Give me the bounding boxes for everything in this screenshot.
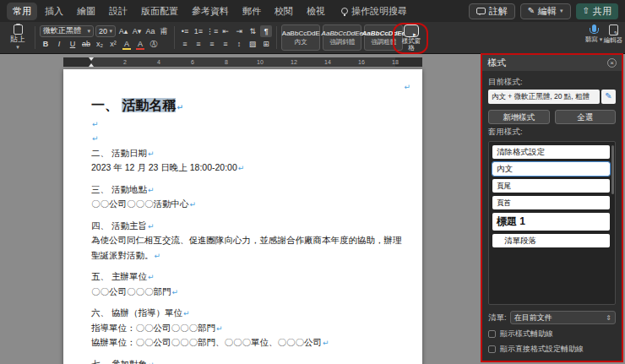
enclose-character-icon[interactable]: Ⓐ	[148, 38, 160, 50]
clipboard-icon	[14, 24, 23, 35]
panel-option-row[interactable]: 顯示樣式輔助線	[488, 329, 616, 340]
ribbon-tab-檢視[interactable]: 檢視	[301, 3, 331, 20]
underline-icon[interactable]: U	[67, 38, 79, 50]
editing-mode-button[interactable]: ✎ 編輯 ▾	[520, 3, 571, 19]
document-line[interactable]: ↵	[91, 131, 412, 146]
justify-icon[interactable]: ≡	[220, 38, 231, 50]
ribbon-tab-校閱[interactable]: 校閱	[269, 3, 299, 20]
current-style-value: 內文 + 微軟正黑體, 20 點, 粗體	[488, 90, 600, 104]
ribbon-tab-設計[interactable]: 設計	[103, 3, 133, 20]
bold-icon[interactable]: B	[40, 38, 52, 50]
font-size-select[interactable]: 20 ▾	[95, 25, 116, 37]
multilevel-list-icon[interactable]: ⋮≡	[206, 25, 218, 37]
document-line[interactable]: 協辦單位：〇〇公司〇〇〇部門、〇〇〇單位、〇〇〇公司↵	[91, 335, 412, 350]
style-item-標題 1[interactable]: 標題 1	[492, 213, 610, 231]
italic-icon[interactable]: I	[53, 38, 65, 50]
editor-button[interactable]: 編輯器	[603, 24, 623, 44]
ribbon-tab-插入[interactable]: 插入	[39, 3, 69, 20]
align-left-icon[interactable]: ≡	[179, 38, 191, 50]
ribbon-tab-繪圖[interactable]: 繪圖	[71, 3, 101, 20]
paragraph-mark-icon: ↵	[148, 186, 155, 194]
paragraph-mark-icon: ↵	[92, 134, 99, 143]
checkbox[interactable]	[488, 345, 496, 353]
panel-option-row[interactable]: 顯示直接格式設定輔助線	[488, 344, 616, 355]
ribbon-tab-版面配置[interactable]: 版面配置	[135, 3, 184, 20]
document-line[interactable]: 三、 活動地點↵	[91, 182, 412, 198]
document-line[interactable]: ↵	[91, 79, 412, 95]
style-preview-text: AaBbCcDdE	[282, 30, 320, 38]
style-item-清單段落[interactable]: 清單段落	[492, 234, 610, 247]
titlebar-actions: 註解 ✎ 編輯 ▾ ⇧ 共用	[469, 3, 618, 19]
styles-pane-panel: 樣式 × 目前樣式: 內文 + 微軟正黑體, 20 點, 粗體 ✎ 新增樣式 全…	[481, 53, 623, 362]
show-formatting-marks-icon[interactable]: ¶	[260, 25, 272, 37]
bullet-list-icon[interactable]: •≡	[179, 25, 191, 37]
list-scope-select[interactable]: 在目前文件 ⇕	[510, 311, 616, 324]
paragraph-mark-icon: ↵	[323, 339, 329, 347]
document-line[interactable]: 〇〇公司〇〇〇部門↵	[91, 285, 412, 300]
borders-icon[interactable]: ⊞	[260, 38, 272, 50]
ribbon-tab-參考資料[interactable]: 參考資料	[186, 3, 235, 20]
document-line[interactable]: 四、 活動主旨↵	[91, 219, 412, 234]
change-case-icon[interactable]: Aa	[144, 25, 156, 37]
styles-pane-body: 目前樣式: 內文 + 微軟正黑體, 20 點, 粗體 ✎ 新增樣式 全選 套用樣…	[482, 71, 622, 361]
document-line[interactable]: 六、 協辦（指導）單位↵	[91, 306, 412, 321]
line-text: 聖誕派對活動。	[91, 250, 154, 260]
new-style-button[interactable]: 新增樣式	[488, 110, 550, 124]
document-line[interactable]: ↵	[91, 117, 412, 132]
share-button[interactable]: ⇧ 共用	[576, 3, 618, 19]
brush-icon[interactable]: ✎	[601, 90, 616, 104]
line-spacing-icon[interactable]: ↕	[233, 38, 245, 50]
line-text: 三、 活動地點	[91, 184, 147, 194]
text-highlight-color-icon[interactable]: A	[121, 38, 133, 50]
document-line[interactable]: 五、 主辦單位↵	[91, 269, 412, 285]
document-line[interactable]: 〇〇公司〇〇〇活動中心↵	[91, 197, 412, 212]
align-right-icon[interactable]: ≡	[206, 38, 218, 50]
shading-icon[interactable]: ▨	[247, 38, 258, 50]
strikethrough-icon[interactable]: ab	[80, 38, 92, 50]
document-line[interactable]: 2023 年 12 月 23 日晚上 18:00-20:00↵	[91, 160, 412, 176]
document-page[interactable]: ↵一、 活動名稱↵↵↵二、 活動日期↵2023 年 12 月 23 日晚上 18…	[63, 69, 422, 364]
style-item-頁尾[interactable]: 頁尾	[492, 179, 610, 193]
shrink-font-icon[interactable]: A▾	[131, 25, 143, 37]
numbered-list-icon[interactable]: 1≡	[193, 25, 204, 37]
style-item-清除格式設定[interactable]: 清除格式設定	[492, 145, 610, 159]
paste-button[interactable]: 貼上 ▾	[5, 24, 30, 51]
scrollbar-thumb[interactable]	[611, 145, 614, 194]
align-center-icon[interactable]: ≡	[193, 38, 204, 50]
phonetic-guide-icon[interactable]: 甫	[158, 25, 170, 37]
left-indent-marker[interactable]	[89, 61, 94, 67]
style-gallery-item-2[interactable]: AaBbCcDdEe強調斜體	[323, 24, 361, 51]
ribbon-tab-郵件[interactable]: 郵件	[236, 3, 267, 20]
document-line[interactable]: 為使公司同仁相互交流、促進團隊向心力，並感謝合作廠商本年度的協助，辦理	[91, 233, 412, 248]
pencil-icon: ✎	[528, 7, 535, 15]
document-line[interactable]: 指導單位：〇〇公司〇〇〇部門↵	[91, 321, 412, 336]
document-heading[interactable]: 一、 活動名稱↵	[91, 95, 412, 117]
horizontal-ruler[interactable]: 24681012141618	[63, 57, 422, 67]
increase-indent-icon[interactable]: ⇥	[233, 25, 245, 37]
font-color-icon[interactable]: A	[134, 38, 146, 50]
checkbox[interactable]	[488, 330, 496, 338]
line-text: 五、 主辦單位	[91, 271, 147, 281]
subscript-icon[interactable]: x₂	[94, 38, 106, 50]
style-item-頁首[interactable]: 頁首	[492, 196, 610, 209]
close-icon[interactable]: ×	[607, 58, 617, 68]
ribbon-tab-常用[interactable]: 常用	[7, 3, 37, 20]
grow-font-icon[interactable]: A▴	[117, 25, 129, 37]
line-text: 四、 活動主旨	[91, 220, 147, 231]
comment-icon	[476, 8, 486, 14]
sort-icon[interactable]: ⇅	[247, 25, 258, 37]
select-all-button[interactable]: 全選	[555, 110, 617, 124]
document-line[interactable]: 二、 活動日期↵	[91, 146, 412, 161]
style-item-內文[interactable]: 內文	[492, 162, 610, 176]
document-line[interactable]: 七、 參加對象↵	[91, 357, 412, 364]
superscript-icon[interactable]: x²	[107, 38, 119, 50]
dictate-button[interactable]: 聽寫 ▾	[583, 24, 605, 43]
document-line[interactable]: 聖誕派對活動。↵	[91, 248, 412, 263]
tell-me-tab[interactable]: 操作說明搜尋	[341, 5, 407, 18]
style-gallery-item-1[interactable]: AaBbCcDdE內文	[281, 24, 320, 51]
styles-pane-button[interactable]: 樣式窗格	[397, 24, 426, 52]
comments-button[interactable]: 註解	[469, 3, 515, 19]
decrease-indent-icon[interactable]: ⇤	[220, 25, 231, 37]
line-text: 七、 參加對象	[91, 359, 147, 364]
font-name-select[interactable]: 微軟正黑體 ▾	[40, 25, 94, 37]
